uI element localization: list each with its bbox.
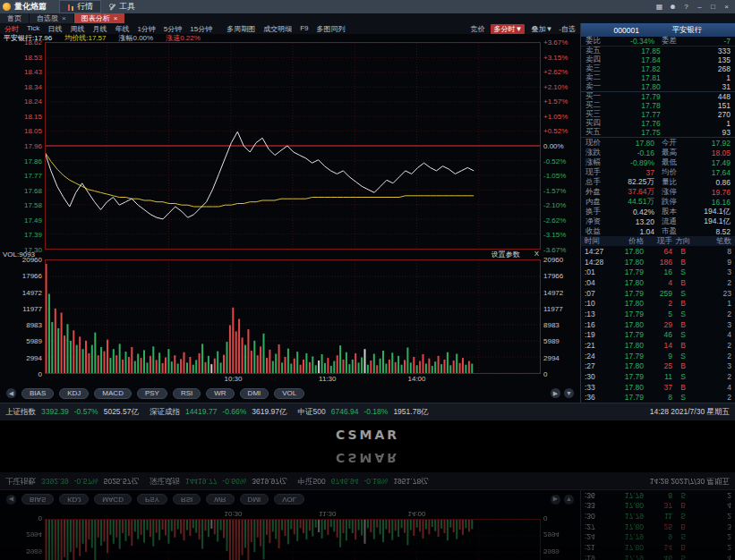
tab-chart-analysis[interactable]: 图表分析× [74, 13, 126, 23]
bid-row[interactable]: 买五17.7593 [581, 128, 735, 137]
volume-close-button[interactable]: X [534, 250, 539, 259]
txn-row[interactable]: :3617.798S2 [581, 392, 735, 403]
layout-grid-icon[interactable]: ▦ [654, 2, 665, 12]
txn-row[interactable]: :2117.8014B2 [581, 340, 735, 351]
txn-row[interactable]: :0417.804B2 [581, 277, 735, 288]
settings-params-button[interactable]: 设置参数 [491, 250, 520, 259]
txn-count: 3 [694, 361, 731, 370]
txn-direction: B [672, 522, 694, 531]
toolbar-action-3[interactable]: 多图同列 [317, 24, 346, 34]
txn-row[interactable]: :0117.7916S3 [581, 267, 735, 277]
txn-row[interactable]: :0717.79259S23 [581, 288, 735, 299]
tab-watchlist[interactable]: 自选股× [30, 13, 74, 23]
volume-plot[interactable] [45, 259, 541, 374]
txn-direction: B [672, 543, 694, 552]
indicator-bias[interactable]: BIAS [21, 388, 54, 399]
pct-axis-label: +0.52% [543, 127, 568, 135]
stats-row: 现手37均价17.64 [581, 167, 735, 177]
indicator-macd[interactable]: MACD [94, 388, 132, 399]
scroll-left-icon[interactable]: ◀ [6, 388, 16, 398]
stats-row: 现价17.80今开17.92 [581, 138, 735, 148]
toolbar-right-1[interactable]: 多分时▼ [491, 24, 525, 34]
txn-row[interactable]: :2417.799S2 [581, 351, 735, 361]
toolbar-right-3[interactable]: -自选 [559, 24, 576, 34]
tab-home[interactable]: 首页 [0, 13, 30, 23]
intraday-plot[interactable] [45, 42, 541, 250]
csmar-watermark: CSMAR [0, 428, 735, 442]
bid-price: 17.79 [609, 92, 693, 101]
expand-icon[interactable]: ▼ [564, 388, 574, 398]
txn-row[interactable]: :1017.802B1 [581, 298, 735, 309]
tab-close-icon[interactable]: × [62, 15, 66, 22]
volume-axis-label: 17966 [543, 272, 563, 280]
txn-header-4: 笔数 [694, 236, 731, 247]
menu-item-tools[interactable]: 工具 [101, 0, 143, 13]
index-amount: 1951.78亿 [393, 407, 428, 418]
txn-row[interactable]: :1617.8029B3 [581, 319, 735, 330]
txn-row[interactable]: :3017.7911S2 [581, 371, 735, 382]
toolbar-action-0[interactable]: 多周期图 [226, 24, 255, 34]
status-index-2[interactable]: 中证5006746.94-0.18%1951.78亿 [298, 407, 429, 418]
indicator-psy[interactable]: PSY [137, 388, 167, 399]
user-icon[interactable]: ☻ [667, 2, 679, 12]
status-index-1[interactable]: 深证成指14419.77-0.66%3619.97亿 [150, 407, 287, 418]
maximize-button[interactable]: □ [707, 2, 719, 12]
txn-direction: B [672, 383, 694, 392]
tab-close-icon[interactable]: × [114, 15, 118, 22]
stock-code[interactable]: 000001 [614, 26, 639, 35]
app-and-watermark: 量化烙篇 行情工具 ▦☻?–□× 首页自选股×图表分析× 分时Tick日线周线月… [0, 0, 735, 446]
txn-row[interactable]: :1317.795S2 [581, 309, 735, 319]
txn-count: 2 [694, 393, 731, 402]
status-index-0[interactable]: 上证指数3392.39-0.57%5025.57亿 [5, 407, 139, 418]
txn-volume: 14 [644, 543, 672, 552]
indicator-vol[interactable]: VOL [274, 388, 304, 399]
txn-row[interactable]: :1917.7946S4 [581, 329, 735, 340]
index-name: 中证500 [298, 407, 326, 418]
transactions-header: 时间价格现手方向笔数 [581, 236, 735, 246]
period-button-5[interactable]: 年线 [115, 24, 129, 34]
index-amount: 5025.57亿 [104, 407, 139, 418]
period-button-2[interactable]: 日线 [47, 24, 62, 34]
txn-direction: S [672, 330, 694, 339]
indicator-kdj[interactable]: KDJ [59, 388, 89, 399]
txn-row[interactable]: :2717.8025B3 [581, 361, 735, 371]
txn-header-1: 价格 [611, 236, 644, 247]
period-button-0[interactable]: 分时 [4, 24, 19, 34]
txn-count: 3 [694, 522, 731, 531]
price-axis-label: 17.39 [24, 231, 42, 239]
period-button-3[interactable]: 周线 [70, 24, 84, 34]
minimize-button[interactable]: – [694, 2, 705, 12]
txn-volume: 9 [644, 532, 672, 541]
menu-item-quotes[interactable]: 行情 [59, 0, 101, 13]
txn-row[interactable]: :3317.8037B4 [581, 382, 735, 393]
bid-price: 17.76 [609, 119, 693, 128]
close-button[interactable]: × [721, 2, 732, 12]
period-button-7[interactable]: 5分钟 [164, 24, 182, 34]
period-button-1[interactable]: Tick [27, 24, 39, 34]
txn-time: :33 [585, 383, 611, 392]
txn-row[interactable]: 14:2717.8064B8 [581, 246, 735, 257]
period-button-8[interactable]: 15分钟 [190, 24, 212, 34]
txn-direction: B [672, 361, 694, 370]
indicator-wr[interactable]: WR [206, 388, 234, 399]
indicator-dmi[interactable]: DMI [240, 388, 269, 399]
help-icon[interactable]: ? [680, 2, 692, 12]
stock-name[interactable]: 平安银行 [671, 25, 702, 36]
period-button-4[interactable]: 月线 [92, 24, 107, 34]
txn-direction: S [672, 267, 694, 276]
txn-row[interactable]: 14:2817.80186B9 [581, 257, 735, 267]
txn-price: 17.79 [611, 554, 644, 560]
toolbar-action-2[interactable]: F9 [300, 24, 308, 34]
scroll-right-icon[interactable]: ▶ [551, 388, 560, 398]
app-window: 量化烙篇 行情工具 ▦☻?–□× 首页自选股×图表分析× 分时Tick日线周线月… [0, 0, 735, 420]
txn-count: 2 [694, 352, 731, 361]
volume-axis-label: 11977 [543, 304, 563, 312]
volume-axis-label: 11977 [22, 304, 42, 312]
indicator-rsi[interactable]: RSI [173, 388, 201, 399]
toolbar-right-2[interactable]: 叠加▼ [531, 24, 552, 34]
ask-row[interactable]: 卖一17.8031 [581, 82, 735, 91]
txn-count: 3 [694, 320, 731, 329]
toolbar-action-1[interactable]: 成交明细 [263, 24, 292, 34]
toolbar-right-0[interactable]: 竞价 [470, 24, 484, 34]
period-button-6[interactable]: 1分钟 [137, 24, 155, 34]
